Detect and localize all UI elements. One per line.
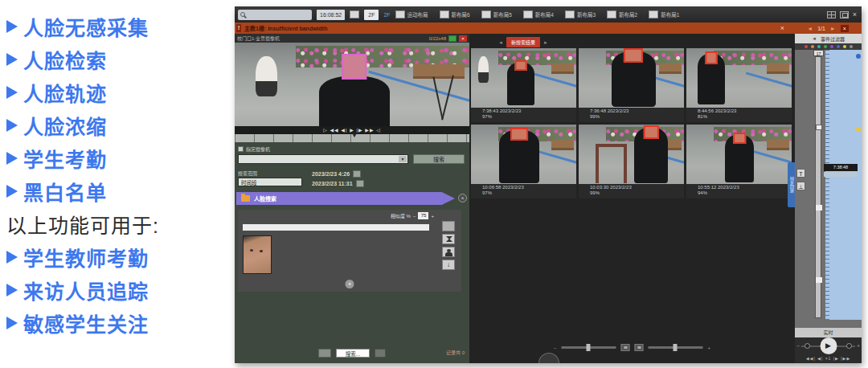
filter-dot-icon[interactable]: [830, 45, 833, 48]
event-scroll-track[interactable]: [815, 56, 821, 318]
filter-color-dots[interactable]: [795, 43, 862, 50]
download-button[interactable]: ↓: [442, 260, 455, 270]
active-layout-tab[interactable]: 2F: [364, 10, 379, 20]
close-window-icon[interactable]: ×: [853, 11, 857, 18]
filter-dot-icon[interactable]: [850, 45, 853, 48]
filter-dot-icon[interactable]: [811, 45, 814, 48]
sync-playback-tab[interactable]: 同步回放: [788, 162, 795, 207]
feature-item: 学生教师考勤: [6, 240, 231, 273]
filter-dot-icon[interactable]: [843, 45, 846, 48]
minus-icon[interactable]: −: [554, 346, 557, 350]
track-counter: 17: [813, 50, 824, 56]
result-card[interactable]: 7:36:48 2023/2/23 99%: [579, 48, 684, 122]
layout-grid-icon[interactable]: [350, 10, 359, 18]
start-datetime[interactable]: 2023/2/23 4:26: [312, 171, 350, 177]
event-marker-yellow[interactable]: [856, 127, 861, 132]
timeline-position-marker[interactable]: [352, 133, 357, 137]
speed-knob-left[interactable]: [805, 343, 810, 349]
live-button[interactable]: 实时: [795, 328, 862, 337]
layout-tab[interactable]: 运动布局: [395, 10, 428, 18]
tile-view-icon[interactable]: [827, 11, 836, 18]
camera-title: 校门口1:全景摄像机: [237, 35, 280, 42]
play-button[interactable]: ▶: [820, 337, 837, 354]
fit-view-button[interactable]: [621, 344, 630, 351]
bench-background: [659, 63, 682, 74]
layout-tab[interactable]: 新布局3: [565, 10, 596, 18]
result-card[interactable]: 8:44:56 2023/2/23 81%: [686, 48, 792, 122]
record-indicator[interactable]: [448, 35, 457, 42]
search-go-button[interactable]: 搜索: [413, 154, 465, 164]
filter-dot-icon[interactable]: [817, 45, 821, 48]
result-thumbnail: [686, 125, 792, 184]
filter-dot-icon[interactable]: [805, 45, 808, 48]
arrow-bullet-icon: [6, 53, 18, 66]
calendar-icon[interactable]: [353, 170, 361, 178]
result-card[interactable]: 10:06:58 2023/2/23 97%: [471, 125, 576, 198]
search-input[interactable]: [238, 10, 312, 20]
next-results-icon[interactable]: ►: [543, 40, 548, 45]
add-face-button[interactable]: +: [346, 280, 354, 288]
result-timestamp: 8:44:56 2023/2/23: [698, 108, 792, 114]
speed-knob-right[interactable]: [846, 343, 852, 349]
range-dropdown[interactable]: 时间段: [238, 178, 302, 186]
result-card[interactable]: 10:03:30 2023/2/23 99%: [579, 125, 684, 198]
alert-dismiss-button[interactable]: ×: [841, 25, 849, 32]
person-button[interactable]: [442, 247, 455, 257]
result-caption: 10:55:12 2023/2/23 94%: [686, 184, 792, 196]
frame-step-controls[interactable]: ◀◀| ◀| ×1 |▶ |▶▶: [795, 356, 862, 361]
right-slider[interactable]: [649, 346, 703, 349]
jog-dial[interactable]: [538, 353, 559, 363]
reference-input-bar[interactable]: [243, 224, 429, 231]
layout-tab-link[interactable]: 2F: [383, 12, 390, 18]
reference-face-thumbnail[interactable]: [243, 235, 272, 274]
text-tool-button[interactable]: T: [796, 169, 805, 178]
increase-icon[interactable]: +: [431, 214, 434, 219]
back-icon[interactable]: ◄: [812, 36, 817, 41]
stream-status: 0/22x48: [429, 36, 446, 41]
new-results-button[interactable]: 新搜索结果: [506, 37, 540, 47]
layout-tab[interactable]: 新布局2: [607, 10, 637, 18]
result-card[interactable]: 7:38:43 2023/2/23 97%: [471, 48, 576, 122]
filter-dot-icon[interactable]: [824, 45, 827, 48]
swatch-button[interactable]: [442, 221, 455, 231]
search-more-button[interactable]: 搜索...: [336, 349, 370, 358]
prev-page-icon[interactable]: ◄: [807, 26, 813, 31]
layout-tab-label: 新布局2: [619, 10, 637, 18]
camera-checkbox[interactable]: [238, 146, 244, 152]
layout-tab[interactable]: 新布局1: [649, 10, 679, 18]
restore-window-icon[interactable]: [840, 11, 849, 18]
next-page-icon[interactable]: ►: [830, 26, 836, 31]
prev-results-icon[interactable]: ◄: [498, 40, 503, 45]
result-confidence: 97%: [482, 114, 576, 120]
export-tool-button[interactable]: [375, 349, 386, 358]
grid-tool-button[interactable]: [318, 349, 331, 358]
speed-plus-icon[interactable]: +: [857, 343, 860, 349]
calendar-icon[interactable]: [356, 180, 364, 187]
grid-layout-icon: [481, 10, 491, 18]
pan-view-button[interactable]: [635, 344, 644, 351]
history-button[interactable]: [442, 234, 455, 244]
live-video-frame[interactable]: [235, 43, 469, 126]
layout-tab[interactable]: 新布局5: [481, 10, 512, 18]
event-marker-blue[interactable]: [856, 54, 861, 59]
anchor-tool-button[interactable]: ⊥: [796, 182, 805, 190]
result-card[interactable]: 10:55:12 2023/2/23 94%: [686, 125, 792, 198]
plus-icon[interactable]: +: [708, 346, 711, 350]
end-datetime[interactable]: 2023/2/23 11:31: [312, 181, 353, 186]
filter-dot-icon[interactable]: [837, 45, 840, 48]
arrow-bullet-icon: [6, 284, 18, 296]
face-search-banner[interactable]: 人脸搜索: [236, 192, 455, 205]
banner-close-icon[interactable]: ×: [458, 194, 467, 202]
vertical-time-ruler[interactable]: [825, 50, 862, 320]
close-video-button[interactable]: ×: [459, 35, 467, 42]
layout-tab[interactable]: 新布局4: [523, 10, 554, 18]
layout-tab[interactable]: 新布局6: [440, 10, 470, 18]
camera-dropdown[interactable]: ▾: [238, 154, 408, 164]
left-slider[interactable]: [562, 346, 616, 349]
decrease-icon[interactable]: −: [413, 214, 416, 219]
dropdown-arrow-icon[interactable]: ▾: [399, 156, 407, 162]
speed-minus-icon[interactable]: −: [796, 343, 800, 349]
video-timeline[interactable]: [235, 134, 469, 142]
similarity-value[interactable]: 75: [418, 212, 428, 219]
alert-close-icon[interactable]: ×: [780, 24, 784, 32]
